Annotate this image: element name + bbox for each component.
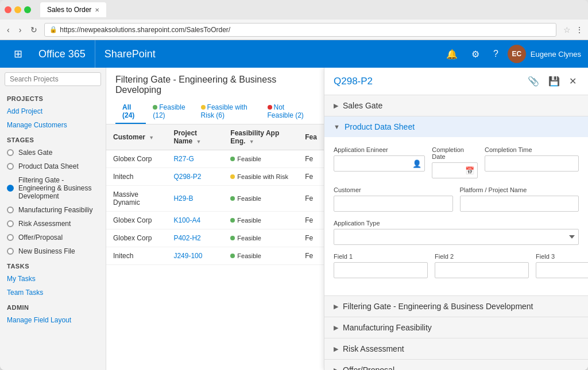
cell-feasibility: Feasible [223, 247, 298, 265]
field3-input[interactable] [536, 262, 588, 278]
browser-menu-icon[interactable]: ⋮ [575, 25, 583, 34]
calendar-icon: 📅 [465, 166, 474, 175]
sidebar-item-manage-field-layout[interactable]: Manage Field Layout [0, 313, 106, 327]
panel-title: Q298-P2 [334, 76, 373, 87]
url-text: https://newpeaksolutions.sharepoint.com/… [60, 26, 230, 34]
accordion-header-product-data-sheet[interactable]: ▼ Product Data Sheet [324, 116, 588, 137]
filter-tabs: All (24) Feasible (12) Feasible with Ris… [115, 100, 315, 124]
minimize-button[interactable] [14, 6, 21, 13]
col-customer[interactable]: Customer ▼ [106, 124, 167, 150]
label-application-type: Application Type [334, 220, 579, 227]
content-title: Filtering Gate - Engineering & Business … [115, 75, 315, 95]
sidebar-item-risk-assessment[interactable]: Risk Assessment [0, 217, 106, 231]
label-completion-date: Completion Date [432, 146, 478, 160]
back-button[interactable]: ‹ [5, 24, 12, 36]
save-icon[interactable]: 💾 [546, 75, 562, 88]
application-engineer-field-wrapper: 👤 [334, 155, 425, 172]
sidebar-item-new-business[interactable]: New Business File [0, 244, 106, 258]
application-engineer-input[interactable] [334, 155, 425, 172]
filter-tab-feasible[interactable]: Feasible (12) [146, 100, 194, 124]
bookmark-icon[interactable]: ☆ [563, 25, 571, 34]
project-link[interactable]: H29-B [173, 194, 193, 202]
cell-fea: Fe [298, 186, 324, 212]
feasibility-dot [230, 196, 235, 201]
accordion-label-filtering-gate: Filtering Gate - Engineering & Business … [343, 302, 533, 311]
traffic-lights [5, 6, 31, 13]
user-avatar: EC [508, 45, 526, 63]
cell-feasibility: Feasible [223, 150, 298, 168]
accordion-header-sales-gate[interactable]: ▶ Sales Gate [324, 95, 588, 116]
stage-label: New Business File [18, 247, 75, 255]
chevron-right-icon-4: ▶ [334, 345, 338, 353]
accordion-header-offer-proposal[interactable]: ▶ Offer/Proposal [324, 360, 588, 370]
accordion-header-manufacturing[interactable]: ▶ Manufacturing Feasibility [324, 317, 588, 338]
close-panel-button[interactable]: ✕ [567, 75, 579, 88]
attach-icon[interactable]: 📎 [525, 75, 541, 88]
cell-feasibility: Feasible [223, 212, 298, 229]
col-feasibility[interactable]: Feasibility App Eng. ▼ [223, 124, 298, 150]
waffle-icon[interactable]: ⊞ [7, 48, 29, 60]
filter-tab-not-feasible[interactable]: Not Feasible (2) [261, 100, 315, 124]
completion-date-field-wrapper: 📅 [432, 162, 478, 178]
accordion-header-filtering-gate[interactable]: ▶ Filtering Gate - Engineering & Busines… [324, 296, 588, 317]
content-header: Filtering Gate - Engineering & Business … [106, 68, 324, 124]
cell-customer: Massive Dynamic [106, 186, 167, 212]
accordion-manufacturing: ▶ Manufacturing Feasibility [324, 317, 588, 338]
stage-label: Offer/Proposal [18, 233, 63, 242]
cell-fea: Fe [298, 168, 324, 186]
notification-icon[interactable]: 🔔 [442, 46, 462, 62]
settings-icon[interactable]: ⚙ [467, 46, 484, 62]
field1-input[interactable] [334, 262, 428, 278]
completion-time-input[interactable] [485, 155, 579, 172]
sidebar-section-tasks: Tasks [0, 258, 106, 272]
label-customer: Customer [334, 186, 453, 193]
col-fea[interactable]: Fea [298, 124, 324, 150]
sidebar-item-sales-gate[interactable]: Sales Gate [0, 146, 106, 159]
close-tab-icon[interactable]: ✕ [95, 7, 99, 13]
feasibility-dot [230, 174, 235, 179]
sharepoint-label: SharePoint [95, 48, 165, 60]
project-link[interactable]: R27-G [173, 155, 194, 163]
sidebar-item-manage-customers[interactable]: Manage Customers [0, 118, 106, 132]
nav-icons: 🔔 ⚙ ? EC Eugene Clynes [442, 45, 581, 63]
address-bar: ‹ › ↻ 🔒 https://newpeaksolutions.sharepo… [0, 20, 588, 40]
browser-tab[interactable]: Sales to Order ✕ [40, 2, 106, 17]
filter-tab-all[interactable]: All (24) [115, 100, 146, 124]
url-bar[interactable]: 🔒 https://newpeaksolutions.sharepoint.co… [44, 23, 556, 37]
top-nav: ⊞ Office 365 SharePoint 🔔 ⚙ ? EC Eugene … [0, 40, 588, 68]
help-icon[interactable]: ? [489, 46, 503, 61]
sidebar-item-team-tasks[interactable]: Team Tasks [0, 286, 106, 299]
feasible-dot [153, 105, 157, 110]
field2-input[interactable] [435, 262, 529, 278]
platform-project-name-input[interactable] [460, 196, 579, 212]
search-input[interactable] [5, 72, 101, 86]
sidebar-item-add-project[interactable]: Add Project [0, 104, 106, 118]
project-link[interactable]: P402-H2 [173, 234, 200, 242]
sidebar-item-product-data-sheet[interactable]: Product Data Sheet [0, 159, 106, 173]
cell-fea: Fe [298, 212, 324, 229]
sidebar-item-my-tasks[interactable]: My Tasks [0, 272, 106, 286]
form-group-field1: Field 1 [334, 253, 428, 278]
sidebar-item-manufacturing[interactable]: Manufacturing Feasibiliy [0, 203, 106, 217]
maximize-button[interactable] [24, 6, 31, 13]
accordion-label-sales-gate: Sales Gate [343, 101, 382, 110]
customer-input[interactable] [334, 196, 453, 212]
user-info[interactable]: EC Eugene Clynes [508, 45, 581, 63]
accordion-content-product-data-sheet: Application Enineer 👤 Completion Date [324, 137, 588, 295]
project-link[interactable]: Q298-P2 [173, 173, 201, 181]
close-button[interactable] [5, 6, 11, 13]
project-link[interactable]: J249-100 [173, 252, 202, 260]
filter-tab-feasible-risk[interactable]: Feasible with Risk (6) [194, 100, 261, 124]
sidebar-item-offer-proposal[interactable]: Offer/Proposal [0, 231, 106, 244]
col-project-name[interactable]: Project Name ▼ [167, 124, 223, 150]
accordion-header-risk-assessment[interactable]: ▶ Risk Assessment [324, 338, 588, 359]
forward-button[interactable]: › [17, 24, 24, 36]
tab-title: Sales to Order [47, 6, 91, 14]
reload-button[interactable]: ↻ [28, 24, 40, 36]
sidebar-item-filtering-gate[interactable]: Filtering Gate - Engineering & Business … [0, 173, 106, 203]
application-type-select[interactable] [334, 229, 579, 245]
main-area: Projects Add Project Manage Customers St… [0, 68, 588, 370]
feasibility-dot [230, 236, 235, 240]
project-link[interactable]: K100-A4 [173, 216, 200, 224]
data-table: Customer ▼ Project Name ▼ Feasibility Ap… [106, 124, 324, 370]
